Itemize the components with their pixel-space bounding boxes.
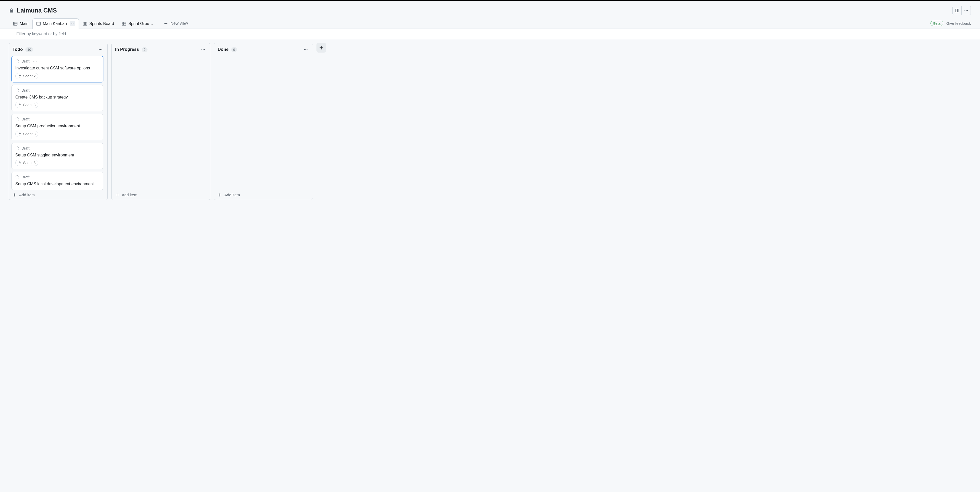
view-tab-label: Main bbox=[20, 21, 29, 26]
sprint-tag-label: Sprint 2 bbox=[23, 74, 35, 78]
column-title: Done bbox=[218, 47, 229, 52]
card-status: Draft bbox=[21, 117, 29, 121]
plus-icon bbox=[115, 193, 119, 197]
sprint-tag[interactable]: Sprint 3 bbox=[15, 131, 38, 137]
iteration-icon bbox=[18, 161, 22, 165]
lock-icon bbox=[9, 8, 14, 13]
draft-icon bbox=[15, 175, 19, 179]
card-title: Setup CMS local development environment bbox=[15, 181, 100, 187]
draft-icon bbox=[15, 117, 19, 121]
beta-badge: Beta bbox=[931, 21, 943, 26]
draft-icon bbox=[15, 88, 19, 92]
view-tab-label: Sprint Grou… bbox=[128, 21, 153, 26]
column-title: In Progress bbox=[115, 47, 139, 52]
card-title: Investigate current CSM software options bbox=[15, 65, 100, 71]
card-title: Create CMS backup strategy bbox=[15, 94, 100, 100]
add-item-label: Add item bbox=[122, 193, 137, 197]
column-header: Todo10 bbox=[9, 43, 107, 56]
view-tab[interactable]: Main Kanban bbox=[32, 18, 79, 29]
filter-bar bbox=[0, 29, 980, 39]
table-icon bbox=[122, 21, 126, 26]
view-tab[interactable]: Sprint Grou… bbox=[118, 19, 157, 29]
column-menu-button[interactable] bbox=[97, 46, 104, 53]
board-column: Todo10DraftInvestigate current CSM softw… bbox=[9, 43, 108, 200]
kanban-board: Todo10DraftInvestigate current CSM softw… bbox=[0, 39, 980, 204]
plus-icon bbox=[218, 193, 222, 197]
card[interactable]: DraftSetup CSM production environmentSpr… bbox=[11, 114, 103, 140]
card[interactable]: DraftSetup CSM staging environmentSprint… bbox=[11, 143, 103, 169]
card-header: Draft bbox=[15, 146, 100, 150]
sprint-tag-label: Sprint 3 bbox=[23, 103, 35, 107]
cards-list bbox=[217, 56, 310, 190]
add-item-label: Add item bbox=[19, 193, 35, 197]
panel-icon bbox=[955, 8, 959, 13]
card-header: Draft bbox=[15, 59, 100, 63]
view-tab[interactable]: Main bbox=[9, 19, 32, 29]
column-count: 10 bbox=[25, 47, 33, 52]
sprint-tag[interactable]: Sprint 3 bbox=[15, 160, 38, 166]
view-tab-dropdown[interactable] bbox=[70, 21, 75, 26]
project-menu-button[interactable] bbox=[962, 6, 971, 15]
views-tab-row: MainMain KanbanSprints BoardSprint Grou…… bbox=[0, 18, 980, 29]
sprint-tag[interactable]: Sprint 2 bbox=[15, 73, 38, 79]
card-title: Setup CSM staging environment bbox=[15, 152, 100, 158]
card[interactable]: DraftSetup CMS local development environ… bbox=[11, 172, 103, 190]
iteration-icon bbox=[18, 74, 22, 78]
add-item-button[interactable]: Add item bbox=[111, 190, 210, 200]
board-icon bbox=[36, 21, 41, 26]
kebab-icon bbox=[964, 8, 969, 13]
add-item-button[interactable]: Add item bbox=[9, 190, 107, 200]
add-item-button[interactable]: Add item bbox=[214, 190, 313, 200]
header-actions bbox=[953, 6, 971, 15]
card-status: Draft bbox=[21, 59, 29, 63]
card-status: Draft bbox=[21, 175, 29, 179]
iteration-icon bbox=[18, 103, 22, 107]
column-menu-button[interactable] bbox=[302, 46, 309, 53]
draft-icon bbox=[15, 59, 19, 63]
table-icon bbox=[13, 21, 18, 26]
card[interactable]: DraftCreate CMS backup strategySprint 3 bbox=[11, 85, 103, 111]
sprint-tag-label: Sprint 3 bbox=[23, 161, 35, 165]
column-title: Todo bbox=[13, 47, 23, 52]
card-menu-button[interactable] bbox=[33, 59, 37, 63]
sprint-tag-label: Sprint 3 bbox=[23, 132, 35, 136]
board-icon bbox=[83, 21, 87, 26]
new-view-button[interactable]: New view bbox=[160, 19, 192, 28]
card-header: Draft bbox=[15, 175, 100, 179]
plus-icon bbox=[13, 193, 17, 197]
column-count: 0 bbox=[142, 47, 148, 52]
new-view-label: New view bbox=[170, 21, 188, 26]
project-header: Laimuna CMS bbox=[0, 1, 980, 18]
draft-icon bbox=[15, 146, 19, 150]
card-status: Draft bbox=[21, 88, 29, 92]
card-title: Setup CSM production environment bbox=[15, 123, 100, 129]
view-tab-label: Sprints Board bbox=[89, 21, 114, 26]
board-column: In Progress0Add item bbox=[111, 43, 210, 200]
project-title: Laimuna CMS bbox=[17, 7, 57, 14]
column-header: Done0 bbox=[214, 43, 313, 56]
column-count: 0 bbox=[231, 47, 237, 52]
board-column: Done0Add item bbox=[214, 43, 313, 200]
cards-list bbox=[114, 56, 207, 190]
card-header: Draft bbox=[15, 117, 100, 121]
view-tab-label: Main Kanban bbox=[43, 21, 67, 26]
column-header: In Progress0 bbox=[111, 43, 210, 56]
view-tab[interactable]: Sprints Board bbox=[79, 19, 118, 29]
add-item-label: Add item bbox=[224, 193, 240, 197]
plus-icon bbox=[164, 21, 168, 25]
sprint-tag[interactable]: Sprint 3 bbox=[15, 102, 38, 108]
give-feedback-link[interactable]: Give feedback bbox=[946, 21, 971, 25]
card[interactable]: DraftInvestigate current CSM software op… bbox=[11, 56, 103, 83]
column-menu-button[interactable] bbox=[200, 46, 207, 53]
cards-list: DraftInvestigate current CSM software op… bbox=[11, 56, 105, 190]
plus-icon bbox=[319, 45, 324, 50]
panel-toggle-button[interactable] bbox=[953, 6, 962, 15]
add-column-button[interactable] bbox=[317, 43, 326, 53]
filter-input[interactable] bbox=[16, 31, 118, 37]
iteration-icon bbox=[18, 132, 22, 136]
card-header: Draft bbox=[15, 88, 100, 92]
card-status: Draft bbox=[21, 146, 29, 150]
filter-icon bbox=[8, 32, 12, 36]
